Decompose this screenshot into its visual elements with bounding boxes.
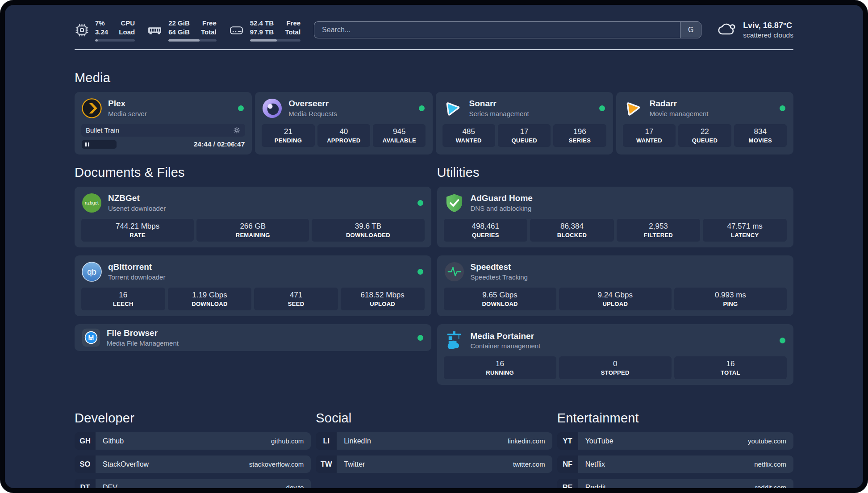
stat-label: MOVIES <box>735 137 785 144</box>
now-playing-title: Bullet Train <box>86 126 119 134</box>
portainer-icon <box>444 330 465 351</box>
link-twitter[interactable]: TW Twitter twitter.com <box>316 455 552 473</box>
link-url: youtube.com <box>748 437 786 445</box>
qbittorrent-card[interactable]: qb qBittorrent Torrent downloader 16 LEE… <box>75 255 431 316</box>
stat-value: 2,953 <box>618 221 699 231</box>
speedtest-card[interactable]: Speedtest Speedtest Tracking 9.65 Gbps D… <box>437 255 794 316</box>
stat-value: 0.993 ms <box>676 290 785 300</box>
header-divider <box>75 49 793 50</box>
section-title-documents: Documents & Files <box>75 165 431 180</box>
portainer-card[interactable]: Media Portainer Container management 16 … <box>437 324 794 385</box>
adguard-icon <box>444 192 465 213</box>
stat-value: 40 <box>319 127 369 136</box>
stat-label: UPLOAD <box>560 301 670 307</box>
stat-value: 618.52 Mbps <box>342 290 423 300</box>
link-url: netflix.com <box>754 460 786 468</box>
overseerr-card[interactable]: Overseerr Media Requests 21 PENDING 40 A… <box>255 92 432 155</box>
cpu-progress-bar <box>95 39 135 42</box>
stat-tile: 2,953 FILTERED <box>617 219 701 242</box>
app-subtitle: Media File Management <box>107 339 412 347</box>
stat-tile: 16 RUNNING <box>444 356 556 379</box>
stat-label: TOTAL <box>676 369 785 376</box>
app-subtitle: Series management <box>469 110 593 117</box>
plex-card[interactable]: Plex Media server Bullet Train <box>75 92 252 155</box>
stat-value: 485 <box>444 127 494 136</box>
player-settings-icon[interactable] <box>233 126 241 134</box>
filebrowser-icon <box>81 328 101 347</box>
ram-total-label: Total <box>199 28 217 37</box>
playback-time: 24:44 / 02:06:47 <box>194 140 245 148</box>
stat-label: AVAILABLE <box>374 137 424 144</box>
ram-stat: 22 GiB 64 GiB Free Total <box>147 19 217 42</box>
stat-tile: 1.19 Gbps DOWNLOAD <box>168 288 252 310</box>
link-reddit[interactable]: RE Reddit reddit.com <box>557 479 793 488</box>
link-github[interactable]: GH Github github.com <box>75 432 311 450</box>
pause-button[interactable] <box>82 140 117 149</box>
link-badge: RE <box>557 479 578 488</box>
link-name: LinkedIn <box>344 437 371 445</box>
disk-icon <box>229 22 244 38</box>
nzbget-card[interactable]: nzbget NZBGet Usenet downloader 744.21 M… <box>75 187 431 247</box>
stat-label: DOWNLOAD <box>445 301 555 307</box>
link-name: Twitter <box>344 460 365 468</box>
stat-tile: 17 WANTED <box>623 124 676 147</box>
stat-tile: 618.52 Mbps UPLOAD <box>341 288 425 310</box>
disk-progress-bar <box>250 39 300 42</box>
sonarr-icon <box>442 98 463 119</box>
app-subtitle: Media Requests <box>288 110 413 117</box>
cpu-icon <box>75 23 89 38</box>
weather-location: Lviv, 16.87°C <box>743 21 793 31</box>
stat-value: 744.21 Mbps <box>83 221 192 231</box>
search-bar[interactable]: G <box>314 21 701 38</box>
stat-tile: 16 TOTAL <box>674 356 787 379</box>
radarr-icon <box>623 98 644 119</box>
link-dev[interactable]: DT DEV dev.to <box>75 479 311 488</box>
app-title: Overseerr <box>288 99 413 109</box>
stat-value: 196 <box>555 127 605 136</box>
overseerr-icon <box>262 98 283 119</box>
status-dot <box>599 105 605 111</box>
cpu-load-value: 3.24 <box>95 28 108 37</box>
app-subtitle: Usenet downloader <box>108 205 412 212</box>
disk-total-value: 97.9 TB <box>250 28 274 37</box>
link-stackoverflow[interactable]: SO StackOverflow stackoverflow.com <box>75 455 311 473</box>
sonarr-card[interactable]: Sonarr Series management 485 WANTED 17 Q… <box>436 92 613 155</box>
radarr-card[interactable]: Radarr Movie management 17 WANTED 22 QUE… <box>616 92 793 155</box>
stat-value: 22 <box>680 127 730 136</box>
stat-label: PENDING <box>263 137 313 144</box>
stat-value: 16 <box>83 290 164 300</box>
status-dot <box>419 105 425 111</box>
load-label: Load <box>117 28 135 37</box>
disk-free-value: 52.4 TB <box>250 19 274 28</box>
link-youtube[interactable]: YT YouTube youtube.com <box>557 432 793 450</box>
app-title: NZBGet <box>108 193 412 204</box>
stat-value: 9.24 Gbps <box>560 290 670 300</box>
stat-tile: 40 APPROVED <box>317 124 370 147</box>
link-linkedin[interactable]: LI LinkedIn linkedin.com <box>316 432 552 450</box>
app-subtitle: Container management <box>471 342 774 350</box>
search-input[interactable] <box>314 22 680 38</box>
plex-icon <box>81 98 102 119</box>
link-name: Reddit <box>585 484 606 488</box>
link-netflix[interactable]: NF Netflix netflix.com <box>557 455 793 473</box>
link-badge: SO <box>75 455 96 473</box>
stat-label: REMAINING <box>198 232 308 238</box>
link-url: twitter.com <box>513 460 545 468</box>
stat-value: 471 <box>255 290 337 300</box>
stat-label: QUERIES <box>445 232 526 238</box>
adguard-card[interactable]: AdGuard Home DNS and adblocking 498,461 … <box>437 187 794 247</box>
app-subtitle: Movie management <box>650 110 774 117</box>
stat-tile: 16 LEECH <box>81 288 165 310</box>
link-badge: YT <box>557 432 578 450</box>
stat-tile: 834 MOVIES <box>734 124 787 147</box>
stat-label: PING <box>676 301 785 307</box>
app-title: Media Portainer <box>471 331 774 342</box>
search-engine-button[interactable]: G <box>680 22 701 38</box>
app-title: qBittorrent <box>108 262 412 272</box>
stat-label: RATE <box>83 232 192 238</box>
speedtest-icon <box>444 261 465 282</box>
link-url: dev.to <box>286 484 304 488</box>
link-name: YouTube <box>585 437 613 445</box>
filebrowser-card[interactable]: File Browser Media File Management <box>75 324 431 351</box>
disk-total-label: Total <box>283 28 300 37</box>
